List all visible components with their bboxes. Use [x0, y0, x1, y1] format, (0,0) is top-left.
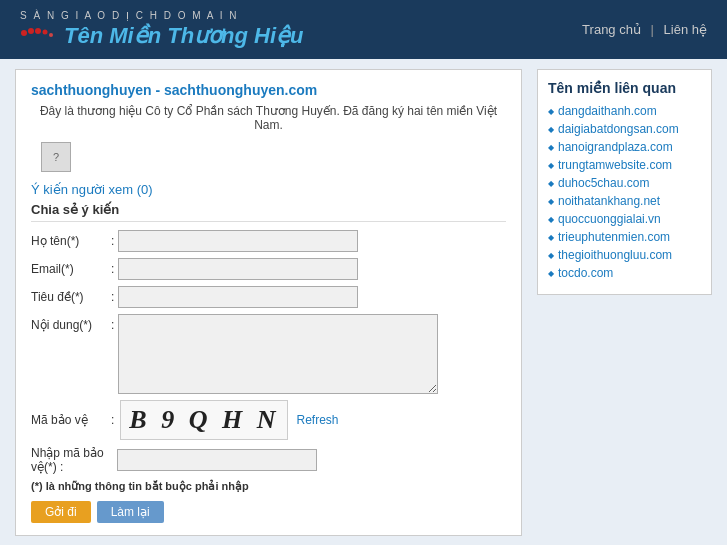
page-title-link[interactable]: sachthuonghuyen - sachthuonghuyen.com: [31, 82, 506, 98]
required-note: (*) là những thông tin bắt buộc phải nhậ…: [31, 480, 506, 493]
name-colon: :: [111, 234, 114, 248]
sidebar-list-item: tocdo.com: [548, 266, 701, 280]
svg-point-1: [28, 28, 34, 34]
logo-title: Tên Miền Thương Hiệu: [64, 23, 304, 49]
comments-header: Ý kiến người xem (0): [31, 182, 506, 197]
captcha-input-row: Nhập mã bảo vệ(*) :: [31, 446, 506, 474]
email-colon: :: [111, 262, 114, 276]
sidebar-box: Tên miền liên quan dangdaithanh.comdaigi…: [537, 69, 712, 295]
content-textarea[interactable]: [118, 314, 438, 394]
captcha-label: Mã bảo vệ: [31, 413, 111, 427]
name-label: Họ tên(*): [31, 234, 111, 248]
logo-dots: [20, 28, 58, 49]
sidebar-domain-link[interactable]: daigiabatdongsan.com: [558, 122, 679, 136]
logo-area: S à n G i a o D ị c h D o m a i n Tên Mi…: [20, 10, 304, 49]
sidebar-domain-link[interactable]: noithatankhang.net: [558, 194, 660, 208]
email-row: Email(*) :: [31, 258, 506, 280]
sidebar-domain-link[interactable]: duhoc5chau.com: [558, 176, 649, 190]
svg-point-2: [35, 28, 41, 34]
sidebar-list-item: trieuphutenmien.com: [548, 230, 701, 244]
captcha-input-label: Nhập mã bảo vệ(*) :: [31, 446, 111, 474]
nav-home-link[interactable]: Trang chủ: [582, 22, 641, 37]
nav-separator: |: [651, 22, 654, 37]
sidebar-list-item: trungtamwebsite.com: [548, 158, 701, 172]
reset-button[interactable]: Làm lại: [97, 501, 164, 523]
content-row: Nội dung(*) :: [31, 314, 506, 394]
sidebar: Tên miền liên quan dangdaithanh.comdaigi…: [537, 69, 712, 536]
share-section-label: Chia sẻ ý kiến: [31, 202, 506, 222]
captcha-image: B 9 Q H N: [120, 400, 288, 440]
sidebar-title: Tên miền liên quan: [548, 80, 701, 96]
brand-description: Đây là thương hiệu Cô ty Cổ Phần sách Th…: [31, 104, 506, 132]
sidebar-list-item: quoccuonggialai.vn: [548, 212, 701, 226]
sidebar-domain-link[interactable]: thegioithuongluu.com: [558, 248, 672, 262]
sidebar-list-item: dangdaithanh.com: [548, 104, 701, 118]
captcha-input[interactable]: [117, 449, 317, 471]
header-nav: Trang chủ | Liên hệ: [582, 22, 707, 37]
comment-form: Họ tên(*) : Email(*) : Tiêu đề(*) : Nội …: [31, 230, 506, 523]
nav-contact-link[interactable]: Liên hệ: [664, 22, 707, 37]
sidebar-list-item: daigiabatdongsan.com: [548, 122, 701, 136]
svg-point-0: [21, 30, 27, 36]
sidebar-domain-link[interactable]: tocdo.com: [558, 266, 613, 280]
sidebar-domain-link[interactable]: trieuphutenmien.com: [558, 230, 670, 244]
name-row: Họ tên(*) :: [31, 230, 506, 252]
submit-button[interactable]: Gởi đi: [31, 501, 91, 523]
content-colon: :: [111, 314, 114, 332]
subject-label: Tiêu đề(*): [31, 290, 111, 304]
captcha-row: Mã bảo vệ : B 9 Q H N Refresh: [31, 400, 506, 440]
subject-row: Tiêu đề(*) :: [31, 286, 506, 308]
sidebar-list: dangdaithanh.comdaigiabatdongsan.comhano…: [548, 104, 701, 280]
sidebar-list-item: hanoigrandplaza.com: [548, 140, 701, 154]
sidebar-domain-link[interactable]: dangdaithanh.com: [558, 104, 657, 118]
sidebar-list-item: duhoc5chau.com: [548, 176, 701, 190]
email-label: Email(*): [31, 262, 111, 276]
captcha-colon: :: [111, 413, 114, 427]
logo-subtitle: S à n G i a o D ị c h D o m a i n: [20, 10, 304, 21]
svg-point-3: [43, 29, 48, 34]
main-wrapper: sachthuonghuyen - sachthuonghuyen.com Đâ…: [15, 69, 712, 536]
form-buttons: Gởi đi Làm lại: [31, 501, 506, 523]
subject-colon: :: [111, 290, 114, 304]
subject-input[interactable]: [118, 286, 358, 308]
sidebar-list-item: thegioithuongluu.com: [548, 248, 701, 262]
refresh-link[interactable]: Refresh: [296, 413, 338, 427]
sidebar-domain-link[interactable]: trungtamwebsite.com: [558, 158, 672, 172]
name-input[interactable]: [118, 230, 358, 252]
header: S à n G i a o D ị c h D o m a i n Tên Mi…: [0, 0, 727, 59]
placeholder-image: ?: [41, 142, 71, 172]
sidebar-domain-link[interactable]: quoccuonggialai.vn: [558, 212, 661, 226]
content-area: sachthuonghuyen - sachthuonghuyen.com Đâ…: [15, 69, 522, 536]
sidebar-list-item: noithatankhang.net: [548, 194, 701, 208]
content-label: Nội dung(*): [31, 314, 111, 332]
svg-point-4: [49, 33, 53, 37]
sidebar-domain-link[interactable]: hanoigrandplaza.com: [558, 140, 673, 154]
email-input[interactable]: [118, 258, 358, 280]
